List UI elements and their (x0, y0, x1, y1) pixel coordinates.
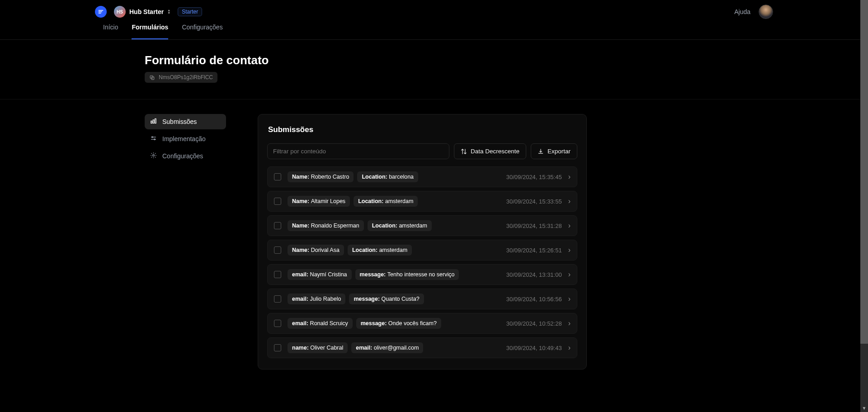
field-value: amsterdam (379, 247, 408, 253)
field-key: name: (292, 345, 310, 351)
field-tag: Name: Dorival Asa (288, 245, 344, 256)
field-value: Ronaldo Esperman (311, 223, 359, 229)
sort-label: Data Decrescente (471, 148, 519, 155)
submission-row[interactable]: Name: Roberto CastroLocation: barcelona3… (267, 166, 577, 187)
field-value: oliver@gmail.com (374, 345, 419, 351)
sidebar-item-implementacao[interactable]: Implementação (145, 131, 226, 147)
field-value: Tenho interesse no serviço (387, 271, 455, 278)
row-checkbox[interactable] (274, 246, 281, 254)
sidebar-item-label: Implementação (162, 135, 206, 142)
field-tag: message: Quanto Custa? (349, 294, 424, 304)
field-key: Name: (292, 174, 311, 180)
submission-row[interactable]: name: Oliver Cabralemail: oliver@gmail.c… (267, 337, 577, 358)
field-tag: Location: amsterdam (354, 196, 418, 207)
field-value: amsterdam (385, 198, 414, 204)
row-timestamp: 30/09/2024, 10:52:28 (506, 320, 562, 327)
submission-row[interactable]: email: Julio Rabelomessage: Quanto Custa… (267, 289, 577, 309)
field-key: Location: (358, 198, 385, 204)
row-timestamp: 30/09/2024, 15:35:45 (506, 174, 562, 180)
form-id-text: NmsO8Ps1g2iRbFlCC (159, 74, 213, 81)
field-key: Name: (292, 247, 311, 253)
field-tag: Location: barcelona (357, 171, 418, 182)
nav-tab-inicio[interactable]: Início (103, 24, 118, 39)
sidebar-item-submissoes[interactable]: Submissões (145, 114, 226, 129)
row-checkbox[interactable] (274, 222, 281, 229)
field-value: Quanto Custa? (382, 296, 420, 302)
row-checkbox[interactable] (274, 320, 281, 327)
field-value: barcelona (389, 174, 414, 180)
nav-tabs: InícioFormuláriosConfigurações (0, 24, 868, 40)
field-tag: message: Tenho interesse no serviço (355, 269, 459, 280)
submission-row[interactable]: email: Ronald Scruicymessage: Onde vocês… (267, 313, 577, 334)
svg-rect-5 (151, 121, 152, 123)
plan-badge: Starter (178, 7, 202, 16)
row-checkbox[interactable] (274, 344, 281, 351)
field-tag: email: Julio Rabelo (288, 294, 345, 304)
row-timestamp: 30/09/2024, 15:33:55 (506, 198, 562, 205)
row-checkbox[interactable] (274, 271, 281, 278)
chevron-right-icon: › (568, 173, 571, 181)
workspace-badge: HS (114, 6, 126, 18)
nav-tab-configuracoes[interactable]: Configurações (182, 24, 222, 39)
field-key: Location: (352, 247, 379, 253)
row-tags: Name: Ronaldo EspermanLocation: amsterda… (288, 220, 500, 231)
row-checkbox[interactable] (274, 173, 281, 180)
field-key: Location: (372, 223, 399, 229)
arrows-up-down-icon (461, 148, 467, 155)
row-timestamp: 30/09/2024, 10:49:43 (506, 345, 562, 351)
field-key: email: (292, 320, 310, 327)
field-value: Altamir Lopes (311, 198, 345, 204)
field-tag: email: Ronald Scruicy (288, 318, 353, 329)
form-id-chip[interactable]: NmsO8Ps1g2iRbFlCC (145, 72, 217, 83)
sidebar: SubmissõesImplementaçãoConfigurações (145, 114, 226, 369)
gear-icon (150, 152, 157, 160)
help-link[interactable]: Ajuda (734, 8, 750, 15)
copy-icon (149, 75, 155, 81)
svg-point-12 (153, 155, 155, 156)
submission-row[interactable]: email: Naymí Cristinamessage: Tenho inte… (267, 264, 577, 285)
field-tag: name: Oliver Cabral (288, 342, 348, 353)
row-checkbox[interactable] (274, 295, 281, 303)
row-checkbox[interactable] (274, 198, 281, 205)
row-tags: Name: Altamir LopesLocation: amsterdam (288, 196, 500, 207)
row-tags: email: Ronald Scruicymessage: Onde vocês… (288, 318, 500, 329)
nav-tab-formularios[interactable]: Formulários (132, 24, 168, 39)
sliders-icon (150, 135, 157, 143)
user-avatar[interactable] (759, 5, 773, 19)
row-timestamp: 30/09/2024, 15:26:51 (506, 247, 562, 254)
row-timestamp: 30/09/2024, 13:31:00 (506, 271, 562, 278)
page-title: Formulário de contato (145, 53, 868, 67)
row-timestamp: 30/09/2024, 10:56:56 (506, 296, 562, 303)
scrollbar-thumb[interactable] (860, 0, 868, 344)
export-button[interactable]: Exportar (531, 143, 577, 159)
field-key: email: (356, 345, 374, 351)
chevron-right-icon: › (568, 246, 571, 254)
filter-input[interactable] (267, 143, 449, 159)
submission-row[interactable]: Name: Ronaldo EspermanLocation: amsterda… (267, 215, 577, 236)
scrollbar[interactable]: ▼ (860, 0, 868, 412)
field-value: Naymí Cristina (310, 271, 347, 278)
chevron-right-icon: › (568, 295, 571, 303)
field-tag: message: Onde vocês ficam? (356, 318, 441, 329)
row-timestamp: 30/09/2024, 15:31:28 (506, 223, 562, 229)
row-tags: email: Julio Rabelomessage: Quanto Custa… (288, 294, 500, 304)
submission-row[interactable]: Name: Altamir LopesLocation: amsterdam30… (267, 191, 577, 212)
field-value: Oliver Cabral (310, 345, 343, 351)
row-tags: Name: Dorival AsaLocation: amsterdam (288, 245, 500, 256)
field-value: Dorival Asa (311, 247, 340, 253)
submissions-panel: Submissões Data Decrescente Exportar Nam… (258, 114, 587, 369)
chevron-right-icon: › (568, 197, 571, 205)
sidebar-item-configuracoes[interactable]: Configurações (145, 148, 226, 164)
download-icon (538, 148, 544, 155)
chevron-right-icon: › (568, 344, 571, 352)
field-value: Ronald Scruicy (310, 320, 348, 327)
app-logo[interactable] (95, 6, 107, 18)
field-tag: Location: amsterdam (368, 220, 432, 231)
workspace-switcher[interactable]: HS Hub Starter ▲▼ (114, 6, 170, 18)
scrollbar-down-button[interactable]: ▼ (860, 404, 868, 412)
panel-title: Submissões (267, 125, 577, 134)
sort-button[interactable]: Data Decrescente (454, 143, 526, 159)
submission-row[interactable]: Name: Dorival AsaLocation: amsterdam30/0… (267, 240, 577, 260)
field-tag: email: oliver@gmail.com (351, 342, 423, 353)
field-key: Name: (292, 198, 311, 204)
